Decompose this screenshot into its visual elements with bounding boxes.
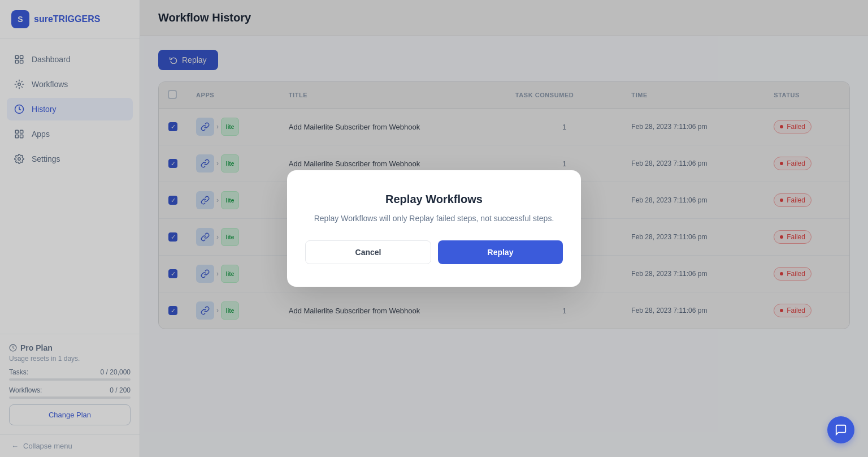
chat-button[interactable] <box>827 416 854 443</box>
replay-modal: Replay Workflows Replay Workflows will o… <box>287 170 581 287</box>
modal-description: Replay Workflows will only Replay failed… <box>305 213 563 225</box>
modal-actions: Cancel Replay <box>305 240 563 264</box>
modal-title: Replay Workflows <box>305 193 563 206</box>
modal-replay-button[interactable]: Replay <box>438 240 563 264</box>
modal-cancel-button[interactable]: Cancel <box>305 240 431 264</box>
modal-overlay: Replay Workflows Replay Workflows will o… <box>0 0 868 457</box>
